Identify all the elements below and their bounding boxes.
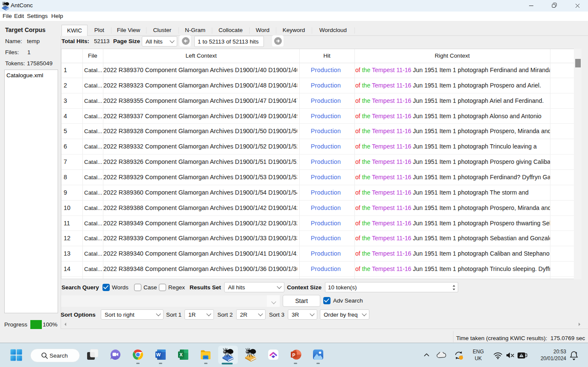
- svg-text:W: W: [156, 352, 161, 357]
- svg-text:P: P: [292, 352, 295, 358]
- svg-text:X: X: [179, 352, 183, 357]
- svg-text:z: z: [576, 351, 577, 355]
